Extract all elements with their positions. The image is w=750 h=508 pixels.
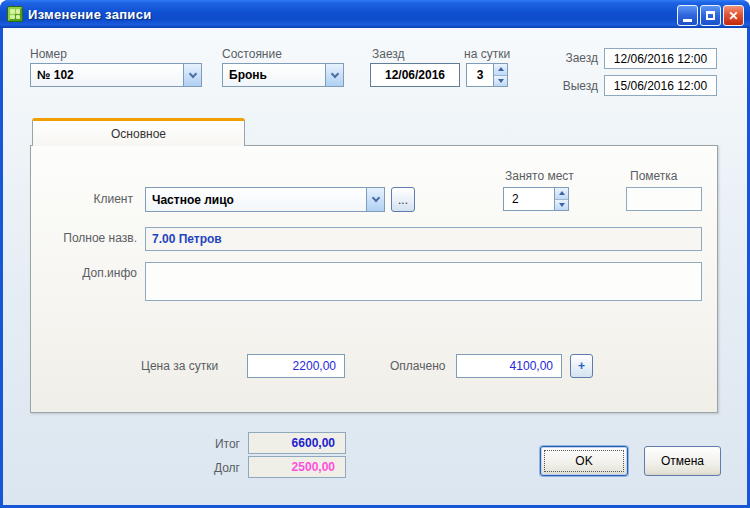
window-title: Изменение записи: [28, 7, 151, 22]
price-per-day-field[interactable]: 2200,00: [247, 354, 345, 378]
minimize-button[interactable]: [677, 5, 698, 26]
title-bar[interactable]: Изменение записи ✕: [0, 0, 750, 28]
tab-main[interactable]: Основное: [32, 118, 245, 146]
checkin-date-field[interactable]: 12/06/2016: [370, 63, 460, 87]
extra-info-field[interactable]: [145, 262, 702, 301]
paid-field[interactable]: 4100,00: [456, 354, 562, 378]
total-field: 6600,00: [248, 432, 346, 454]
dialog-window: Изменение записи ✕ Номер № 102 Состояние…: [0, 0, 750, 508]
checkin-datetime-field: 12/06/2016 12:00: [604, 48, 717, 69]
price-per-day-label: Цена за сутки: [141, 359, 218, 373]
checkin-date-label: Заезд: [372, 47, 405, 61]
state-select-value: Бронь: [223, 64, 325, 86]
room-select[interactable]: № 102: [30, 63, 202, 87]
chevron-down-icon: [371, 194, 379, 202]
state-select[interactable]: Бронь: [222, 63, 344, 87]
app-icon: [7, 6, 23, 22]
room-select-value: № 102: [31, 64, 183, 86]
full-name-value: 7.00 Петров: [152, 232, 222, 246]
checkout-datetime-label: Выезд: [548, 79, 598, 93]
ok-button[interactable]: OK: [540, 446, 628, 476]
minimize-icon: [683, 19, 692, 22]
room-select-dropdown-button[interactable]: [183, 64, 201, 86]
occupied-down-button[interactable]: [555, 200, 568, 211]
checkout-datetime-field: 15/06/2016 12:00: [604, 75, 717, 96]
debt-field: 2500,00: [248, 456, 346, 478]
checkin-datetime-label: Заезд: [548, 51, 598, 65]
client-label: Клиент: [53, 192, 133, 206]
occupied-value: 2: [504, 188, 554, 210]
chevron-down-icon: [330, 69, 338, 77]
arrow-down-icon: [559, 203, 565, 207]
full-name-label: Полное назв.: [37, 231, 137, 245]
ellipsis-icon: ...: [398, 193, 408, 207]
extra-info-label: Доп.инфо: [37, 266, 137, 280]
checkin-datetime-value: 12/06/2016 12:00: [614, 52, 707, 66]
client-select-value: Частное лицо: [146, 188, 366, 211]
paid-value: 4100,00: [510, 359, 553, 373]
close-button[interactable]: ✕: [723, 5, 744, 26]
tab-main-label: Основное: [111, 127, 166, 141]
total-label: Итог: [200, 437, 240, 451]
state-label: Состояние: [222, 47, 282, 61]
client-browse-button[interactable]: ...: [391, 187, 415, 212]
occupied-label: Занято мест: [505, 169, 574, 183]
note-label: Пометка: [630, 169, 678, 183]
client-select-dropdown-button[interactable]: [366, 188, 384, 211]
plus-icon: +: [578, 359, 585, 373]
cancel-button[interactable]: Отмена: [644, 446, 721, 476]
price-per-day-value: 2200,00: [293, 359, 336, 373]
add-payment-button[interactable]: +: [570, 354, 593, 378]
state-select-dropdown-button[interactable]: [325, 64, 343, 86]
nights-stepper[interactable]: 3: [466, 63, 508, 87]
note-field[interactable]: [626, 187, 702, 211]
occupied-up-button[interactable]: [555, 188, 568, 200]
nights-label: на сутки: [464, 47, 510, 61]
maximize-button[interactable]: [700, 5, 721, 26]
client-select[interactable]: Частное лицо: [145, 187, 385, 212]
debt-label: Долг: [200, 461, 240, 475]
checkout-datetime-value: 15/06/2016 12:00: [614, 79, 707, 93]
total-value: 6600,00: [292, 436, 335, 450]
arrow-down-icon: [498, 79, 504, 83]
arrow-up-icon: [559, 191, 565, 195]
debt-value: 2500,00: [292, 460, 335, 474]
nights-down-button[interactable]: [494, 76, 507, 87]
arrow-up-icon: [498, 67, 504, 71]
occupied-stepper[interactable]: 2: [503, 187, 569, 211]
paid-label: Оплачено: [390, 359, 445, 373]
room-label: Номер: [30, 47, 67, 61]
chevron-down-icon: [188, 69, 196, 77]
nights-up-button[interactable]: [494, 64, 507, 76]
checkin-date-value: 12/06/2016: [385, 68, 445, 82]
full-name-field[interactable]: 7.00 Петров: [145, 227, 702, 251]
close-icon: ✕: [728, 10, 738, 22]
nights-value: 3: [467, 64, 493, 86]
maximize-icon: [706, 11, 715, 20]
